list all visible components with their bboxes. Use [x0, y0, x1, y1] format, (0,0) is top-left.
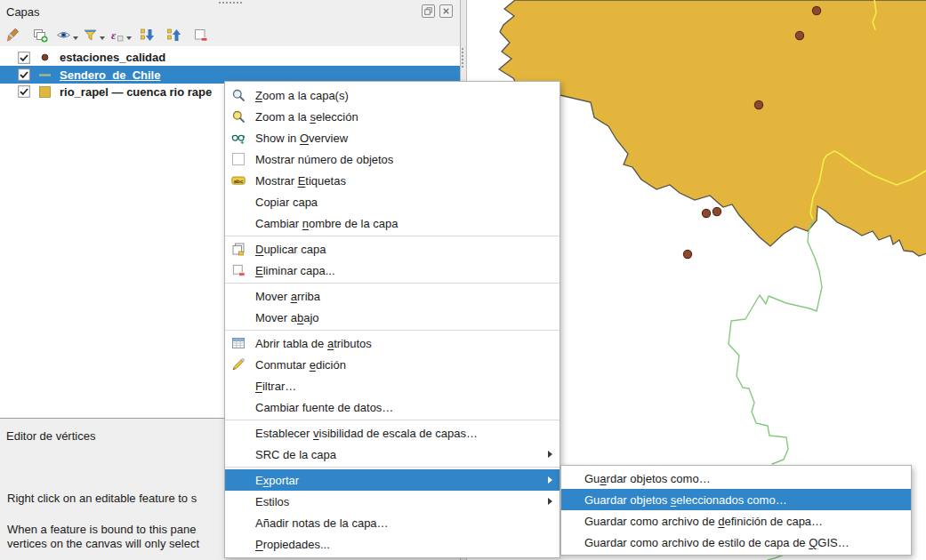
layer-visibility-checkbox[interactable] — [18, 68, 30, 81]
menu-item-label: Duplicar capa — [255, 243, 326, 256]
float-icon — [423, 6, 433, 16]
collapse-all-button[interactable] — [163, 24, 185, 45]
menu-item-label: Propiedades... — [255, 538, 330, 551]
menu-item-label: Conmutar edición — [255, 358, 346, 372]
filter-by-expression-button[interactable]: ε — [109, 24, 132, 45]
menu-item-label: Guardar como archivo de estilo de capa d… — [584, 536, 850, 549]
menu-item-label: SRC de la capa — [255, 448, 336, 461]
menu-item-label: Eliminar capa... — [255, 264, 335, 277]
menu-item-label: Mover abajo — [255, 311, 319, 324]
menu-item-open-attribute-table[interactable]: Abrir tabla de atributos — [225, 332, 560, 354]
station-point — [795, 31, 803, 39]
menu-item-save-features-as[interactable]: Guardar objetos como… — [561, 468, 911, 489]
svg-text:abc: abc — [234, 178, 244, 184]
menu-item-copy-layer[interactable]: Copiar capa — [225, 191, 560, 212]
menu-separator — [225, 420, 560, 420]
menu-item-save-selected-features-as[interactable]: Guardar objetos seleccionados como… — [561, 489, 911, 510]
menu-item-save-as-qgis-style[interactable]: Guardar como archivo de estilo de capa d… — [561, 532, 911, 553]
menu-icon-spacer — [231, 447, 249, 461]
menu-item-label: Cambiar nombre de la capa — [255, 217, 398, 230]
menu-separator — [225, 330, 560, 331]
submenu-arrow-icon — [548, 451, 552, 458]
eye-icon — [56, 28, 71, 43]
menu-item-change-data-source[interactable]: Cambiar fuente de datos… — [225, 396, 560, 418]
close-panel-button[interactable] — [439, 4, 453, 18]
svg-text:ε: ε — [111, 28, 117, 41]
menu-item-duplicate-layer[interactable]: Duplicar capa — [225, 238, 560, 260]
menu-item-label: Establecer visibilidad de escala de capa… — [255, 427, 478, 440]
expand-all-icon — [140, 28, 155, 43]
menu-item-add-layer-notes[interactable]: Añadir notas de la capa… — [225, 512, 560, 533]
paintbrush-icon — [6, 28, 21, 43]
menu-item-label: Abrir tabla de atributos — [255, 337, 372, 350]
label-abc-icon: abc — [231, 173, 249, 188]
menu-item-show-feature-count[interactable]: Mostrar número de objetos — [225, 148, 560, 170]
layers-panel-title: Capas — [6, 5, 40, 19]
menu-item-set-scale-visibility[interactable]: Establecer visibilidad de escala de capa… — [225, 422, 560, 444]
menu-item-label: Guardar objetos seleccionados como… — [584, 493, 787, 507]
menu-icon-spacer — [231, 473, 249, 487]
station-point — [702, 209, 710, 217]
expand-all-button[interactable] — [136, 24, 158, 45]
menu-item-label: Mostrar Etiquetas — [255, 174, 346, 188]
layer-visibility-checkbox[interactable] — [18, 52, 30, 64]
overview-glasses-icon — [231, 131, 249, 145]
dropdown-caret-icon — [126, 36, 132, 40]
magnifier-icon — [231, 88, 249, 102]
submenu-arrow-icon — [548, 476, 552, 484]
checkbox-empty-icon — [231, 152, 249, 166]
station-point — [713, 207, 721, 215]
add-group-button[interactable] — [29, 24, 52, 45]
menu-item-zoom-to-selection[interactable]: Zoom a la selección — [225, 106, 560, 127]
layers-panel-titlebar: Capas — [0, 0, 460, 23]
funnel-icon — [83, 28, 98, 43]
line-marker-icon — [38, 68, 52, 82]
epsilon-icon: ε — [109, 28, 125, 43]
layer-context-menu: Zoom a la capa(s)Zoom a la selecciónShow… — [224, 81, 560, 558]
menu-item-label: Guardar objetos como… — [584, 472, 711, 485]
open-layer-styling-button[interactable] — [3, 24, 25, 45]
filter-legend-button[interactable] — [83, 24, 105, 45]
menu-item-label: Filtrar… — [255, 380, 296, 393]
menu-item-rename-layer[interactable]: Cambiar nombre de la capa — [225, 212, 560, 234]
menu-item-zoom-to-layers[interactable]: Zoom a la capa(s) — [225, 84, 560, 106]
menu-item-label: Guardar como archivo de definición de ca… — [584, 515, 823, 528]
menu-item-layer-crs[interactable]: SRC de la capa — [225, 444, 560, 465]
menu-item-move-up[interactable]: Mover arriba — [225, 285, 560, 307]
layer-name: estaciones_calidad — [60, 51, 165, 64]
vertex-editor-hint-2: When a feature is bound to this pane — [7, 523, 196, 536]
menu-item-toggle-editing[interactable]: Conmutar edición — [225, 354, 560, 375]
menu-item-properties[interactable]: Propiedades... — [225, 533, 560, 555]
layer-name: Sendero_de_Chile — [60, 68, 160, 82]
menu-icon-spacer — [231, 516, 249, 530]
pencil-icon — [231, 357, 249, 372]
manage-map-themes-button[interactable] — [56, 24, 78, 45]
add-group-icon — [33, 28, 48, 43]
trail-green-sendero — [729, 220, 822, 464]
menu-item-show-labels[interactable]: abcMostrar Etiquetas — [225, 170, 560, 191]
close-icon — [441, 6, 451, 16]
menu-item-save-as-layer-definition[interactable]: Guardar como archivo de definición de ca… — [561, 510, 911, 532]
remove-layer-group-button[interactable] — [189, 24, 212, 45]
menu-item-move-down[interactable]: Mover abajo — [225, 307, 560, 328]
qgis-window: Capas ε estaciones_calidadSendero_de_Chi… — [0, 0, 926, 560]
vertex-editor-title: Editor de vértices — [6, 429, 95, 443]
menu-separator — [225, 236, 560, 236]
menu-item-export[interactable]: Exportar — [225, 469, 560, 491]
splitter-handle-icon[interactable] — [462, 48, 463, 68]
menu-icon-spacer — [231, 310, 249, 324]
menu-item-show-in-overview[interactable]: Show in Overview — [225, 127, 560, 148]
menu-item-styles[interactable]: Estilos — [225, 491, 560, 512]
layer-item-estaciones_calidad[interactable]: estaciones_calidad — [0, 49, 460, 66]
magnifier-selection-icon — [231, 109, 249, 124]
menu-item-filter[interactable]: Filtrar… — [225, 375, 560, 396]
float-panel-button[interactable] — [422, 4, 435, 18]
menu-item-label: Mostrar número de objetos — [255, 153, 393, 166]
menu-item-remove-layer[interactable]: Eliminar capa... — [225, 260, 560, 281]
basin-polygon — [499, 0, 926, 256]
dropdown-caret-icon — [100, 36, 105, 40]
layer-visibility-checkbox[interactable] — [18, 85, 30, 98]
menu-item-label: Show in Overview — [255, 132, 348, 145]
panel-drag-handle-icon[interactable] — [219, 2, 242, 4]
station-point — [683, 250, 691, 258]
